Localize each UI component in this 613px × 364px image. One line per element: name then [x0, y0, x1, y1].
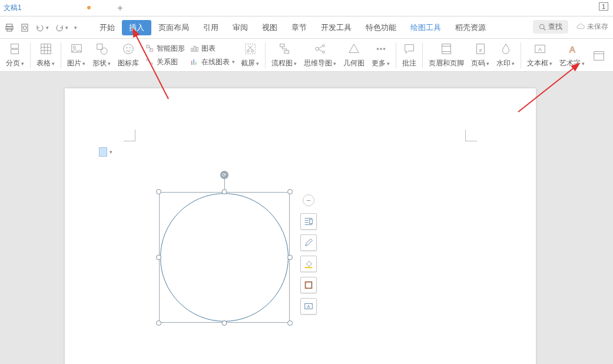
resize-handle-ne[interactable]: [287, 189, 293, 194]
svg-point-38: [315, 47, 319, 51]
document-tab[interactable]: 文稿1: [0, 0, 112, 16]
date-icon: [592, 48, 606, 62]
svg-rect-7: [11, 44, 18, 48]
document-canvas[interactable]: ▾ ⟳ − A: [0, 72, 613, 364]
outline-button[interactable]: [300, 277, 317, 293]
outline-icon: [303, 280, 314, 290]
svg-rect-21: [147, 45, 149, 48]
window-indicator[interactable]: 1: [599, 2, 608, 11]
ribbon-geometry[interactable]: 几何图: [340, 39, 368, 72]
collapse-toolbar-button[interactable]: −: [303, 194, 314, 206]
menu-docer[interactable]: 稻壳资源: [448, 20, 493, 35]
onlinechart-icon: [190, 57, 199, 67]
oval-shape[interactable]: [160, 193, 289, 322]
menu-review[interactable]: 审阅: [226, 20, 255, 35]
chevron-down-icon[interactable]: ▾: [46, 25, 49, 31]
svg-rect-31: [193, 59, 194, 65]
headerfooter-icon: [439, 42, 453, 56]
comment-icon: [402, 42, 416, 56]
svg-rect-28: [194, 47, 196, 52]
ribbon-watermark[interactable]: 水印▾: [493, 39, 518, 72]
wrap-text-button[interactable]: [300, 213, 317, 230]
new-tab-button[interactable]: +: [112, 0, 128, 16]
style-icon: A: [303, 301, 314, 312]
paragraph-insert-hint[interactable]: ▾: [99, 147, 112, 157]
ribbon-wordart[interactable]: A 艺术字▾: [556, 39, 588, 72]
ribbon-shape[interactable]: 形状▾: [89, 39, 114, 72]
menu-insert[interactable]: 插入: [122, 20, 151, 35]
rotation-handle[interactable]: ⟳: [220, 171, 228, 179]
ribbon-onlinechart[interactable]: 在线图表▾: [190, 57, 235, 67]
resize-handle-e[interactable]: [287, 255, 293, 260]
ribbon-smartgraph[interactable]: 智能图形: [145, 44, 185, 54]
wrap-text-icon: [303, 216, 314, 227]
svg-point-34: [247, 50, 249, 52]
ribbon-insert: 分页▾ 表格▾ 图片▾ 形状▾ 图标库 智能图形 关系图 图表 在线图: [0, 39, 613, 72]
svg-point-43: [376, 48, 379, 50]
shape-floating-toolbar: − A: [300, 194, 317, 315]
ribbon-pagenum[interactable]: # 页码▾: [468, 39, 493, 72]
qat-more-chevron[interactable]: ▾: [74, 25, 77, 31]
ribbon-picture[interactable]: 图片▾: [64, 39, 89, 72]
ribbon-textbox[interactable]: A 文本框▾: [523, 39, 556, 72]
ribbon-paging[interactable]: 分页▾: [2, 39, 28, 72]
resize-handle-n[interactable]: [222, 189, 227, 194]
ribbon-mindmap[interactable]: 思维导图▾: [300, 39, 340, 72]
undo-icon[interactable]: [35, 23, 45, 32]
resize-handle-se[interactable]: [287, 320, 293, 326]
watermark-icon: [499, 42, 513, 56]
chevron-down-icon[interactable]: ▾: [65, 25, 68, 31]
relation-icon: [145, 57, 154, 67]
print-preview-icon[interactable]: [20, 23, 29, 32]
ribbon-relation[interactable]: 关系图: [145, 57, 185, 67]
fill-color-button[interactable]: [300, 256, 317, 272]
document-tab-title: 文稿1: [4, 3, 22, 13]
redo-icon[interactable]: [55, 23, 64, 32]
svg-point-19: [126, 47, 127, 48]
flowchart-icon: [277, 42, 291, 56]
shape-icon: [95, 42, 109, 56]
ribbon-table[interactable]: 表格▾: [33, 39, 58, 72]
edit-shape-button[interactable]: [300, 234, 317, 251]
table-icon: [39, 42, 53, 56]
ribbon-screenshot[interactable]: 截屏▾: [237, 39, 263, 72]
ribbon-more[interactable]: 更多▾: [368, 39, 393, 72]
svg-rect-27: [191, 48, 193, 51]
ribbon-comment[interactable]: 批注: [399, 39, 420, 72]
menu-references[interactable]: 引用: [196, 20, 226, 35]
menu-pagelayout[interactable]: 页面布局: [151, 20, 196, 35]
ribbon-chart[interactable]: 图表: [190, 44, 235, 54]
menu-section[interactable]: 章节: [284, 20, 314, 35]
svg-point-15: [73, 46, 75, 48]
resize-handle-s[interactable]: [222, 320, 227, 326]
svg-rect-54: [594, 51, 604, 60]
svg-rect-8: [11, 49, 18, 54]
selected-shape-oval[interactable]: ⟳: [159, 192, 290, 323]
svg-rect-33: [245, 44, 255, 54]
menu-view[interactable]: 视图: [255, 20, 284, 35]
save-status[interactable]: 未保存: [576, 22, 608, 32]
menu-devtools[interactable]: 开发工具: [314, 20, 359, 35]
resize-handle-w[interactable]: [156, 255, 161, 260]
shape-style-button[interactable]: A: [300, 298, 317, 315]
ribbon-flowchart[interactable]: 流程图▾: [268, 39, 300, 72]
menu-features[interactable]: 特色功能: [359, 20, 403, 35]
search-button[interactable]: 查找: [533, 20, 568, 34]
ribbon-iconlib[interactable]: 图标库: [114, 39, 143, 72]
svg-line-42: [319, 49, 322, 52]
ribbon-trailing[interactable]: [588, 39, 606, 72]
print-icon[interactable]: [5, 23, 14, 32]
undo-split[interactable]: ▾: [35, 23, 49, 32]
menu-drawing-tools[interactable]: 绘图工具: [403, 20, 448, 35]
svg-text:#: #: [479, 48, 482, 54]
svg-point-40: [322, 51, 324, 54]
menu-start[interactable]: 开始: [92, 20, 122, 35]
redo-split[interactable]: ▾: [55, 23, 68, 32]
unsaved-dot-icon: [87, 6, 91, 9]
ribbon-headerfooter[interactable]: 页眉和页脚: [425, 39, 468, 72]
resize-handle-sw[interactable]: [156, 320, 161, 326]
menu-bar: ▾ ▾ ▾ 开始 插入 页面布局 引用 审阅 视图 章节 开发工具 特色功能 绘…: [0, 16, 613, 39]
svg-rect-46: [442, 44, 451, 54]
document-page[interactable]: ▾ ⟳ − A: [65, 88, 536, 364]
resize-handle-nw[interactable]: [156, 189, 161, 194]
